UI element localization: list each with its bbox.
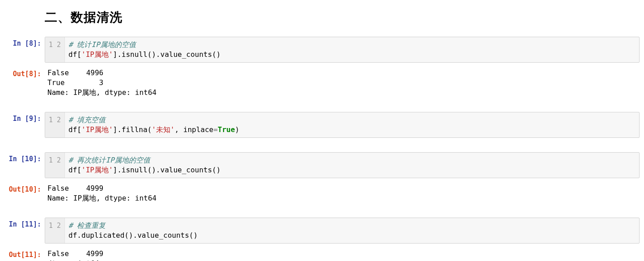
output-text: False 4999 dtype: int64 bbox=[45, 248, 640, 261]
output-text: False 4996 True 3 Name: IP属地, dtype: int… bbox=[45, 67, 640, 99]
code-cell: In [8]:1 2# 统计IP属地的空值 df['IP属地'].isnull(… bbox=[0, 37, 644, 63]
in-prompt: In [10]: bbox=[0, 152, 45, 178]
code-token: True bbox=[218, 125, 235, 134]
code-token: df[ bbox=[68, 125, 81, 134]
output-text: False 4999 Name: IP属地, dtype: int64 bbox=[45, 183, 640, 205]
code-token: # 再次统计IP属地的空值 bbox=[68, 156, 150, 164]
input-area[interactable]: 1 2# 检查重复 df.duplicated().value_counts() bbox=[45, 218, 640, 244]
out-prompt: Out[8]: bbox=[0, 67, 45, 99]
code-token: df.duplicated().value_counts() bbox=[68, 231, 198, 240]
code-token: # 填充空值 bbox=[68, 116, 106, 124]
input-area[interactable]: 1 2# 统计IP属地的空值 df['IP属地'].isnull().value… bbox=[45, 37, 640, 63]
code-token: ].isnull().value_counts() bbox=[113, 50, 221, 59]
code-token: ].fillna( bbox=[113, 125, 152, 134]
code-token: 'IP属地' bbox=[81, 166, 113, 174]
in-prompt: In [9]: bbox=[0, 112, 45, 138]
code-cell: In [9]:1 2# 填充空值 df['IP属地'].fillna('未知',… bbox=[0, 112, 644, 138]
code-token: ].isnull().value_counts() bbox=[113, 166, 221, 174]
line-gutter: 1 2 bbox=[45, 37, 65, 62]
code-token: df[ bbox=[68, 50, 81, 59]
input-area[interactable]: 1 2# 填充空值 df['IP属地'].fillna('未知', inplac… bbox=[45, 112, 640, 138]
input-area[interactable]: 1 2# 再次统计IP属地的空值 df['IP属地'].isnull().val… bbox=[45, 152, 640, 178]
code-token: '未知' bbox=[152, 125, 174, 134]
prompt-empty bbox=[0, 9, 45, 33]
code-token: , inplace bbox=[175, 125, 214, 134]
markdown-body: 二、数据清洗 bbox=[45, 9, 640, 33]
code-token: ) bbox=[235, 125, 239, 134]
markdown-cell: 二、数据清洗 bbox=[0, 9, 644, 33]
code-content[interactable]: # 填充空值 df['IP属地'].fillna('未知', inplace=T… bbox=[65, 112, 639, 137]
code-content[interactable]: # 再次统计IP属地的空值 df['IP属地'].isnull().value_… bbox=[65, 153, 639, 178]
in-prompt: In [8]: bbox=[0, 37, 45, 63]
line-gutter: 1 2 bbox=[45, 153, 65, 178]
out-prompt: Out[11]: bbox=[0, 248, 45, 261]
code-cell: In [10]:1 2# 再次统计IP属地的空值 df['IP属地'].isnu… bbox=[0, 152, 644, 178]
code-content[interactable]: # 统计IP属地的空值 df['IP属地'].isnull().value_co… bbox=[65, 37, 639, 62]
code-token: 'IP属地' bbox=[81, 125, 113, 134]
code-token: # 统计IP属地的空值 bbox=[68, 40, 136, 49]
output-cell: Out[8]:False 4996 True 3 Name: IP属地, dty… bbox=[0, 67, 644, 99]
line-gutter: 1 2 bbox=[45, 112, 65, 137]
code-cell: In [11]:1 2# 检查重复 df.duplicated().value_… bbox=[0, 218, 644, 244]
code-token: df[ bbox=[68, 166, 81, 174]
code-token: 'IP属地' bbox=[81, 50, 113, 59]
output-cell: Out[10]:False 4999 Name: IP属地, dtype: in… bbox=[0, 183, 644, 205]
notebook: 二、数据清洗 In [8]:1 2# 统计IP属地的空值 df['IP属地'].… bbox=[0, 0, 644, 261]
in-prompt: In [11]: bbox=[0, 218, 45, 244]
output-cell: Out[11]:False 4999 dtype: int64 bbox=[0, 248, 644, 261]
code-token: = bbox=[213, 125, 218, 134]
code-token: # 检查重复 bbox=[68, 221, 106, 230]
out-prompt: Out[10]: bbox=[0, 183, 45, 205]
code-content[interactable]: # 检查重复 df.duplicated().value_counts() bbox=[65, 218, 639, 243]
line-gutter: 1 2 bbox=[45, 218, 65, 243]
section-heading: 二、数据清洗 bbox=[45, 9, 640, 26]
